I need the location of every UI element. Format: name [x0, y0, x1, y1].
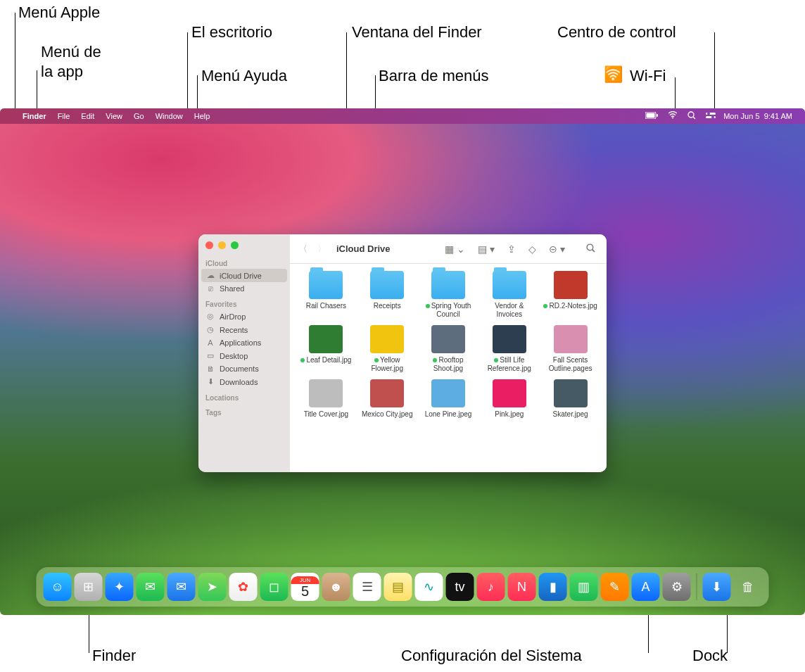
sidebar-section: Locations [198, 388, 290, 403]
folder-icon [431, 271, 465, 299]
svg-line-11 [592, 249, 595, 251]
file-item[interactable]: RD.2-Notes.jpg [540, 271, 601, 322]
file-thumbnail [309, 379, 343, 407]
dock-maps[interactable]: ➤ [198, 573, 227, 601]
dock-numbers[interactable]: ▥ [570, 573, 598, 601]
file-thumbnail [554, 271, 588, 299]
view-icons-button[interactable]: ▦ ⌄ [442, 243, 468, 255]
file-thumbnail [370, 325, 404, 353]
sidebar-item-label: Documents [220, 364, 259, 373]
dock-notes[interactable]: ▤ [384, 573, 412, 601]
share-button[interactable]: ⇪ [505, 243, 519, 255]
dock-messages[interactable]: ✉ [137, 573, 165, 601]
sidebar-item-label: Applications [220, 338, 261, 347]
dock-mail[interactable]: ✉ [167, 573, 196, 601]
file-item[interactable]: Lone Pine.jpeg [418, 379, 479, 423]
documents-icon: 🗎 [205, 364, 215, 373]
file-item[interactable]: Mexico City.jpeg [357, 379, 418, 423]
file-item[interactable]: Vendor & Invoices [478, 271, 540, 322]
battery-icon[interactable] [640, 111, 663, 121]
sidebar-item-desktop[interactable]: ▭Desktop [198, 349, 290, 362]
svg-point-3 [672, 118, 673, 119]
apple-menu[interactable] [7, 108, 17, 124]
forward-button[interactable]: 〉 [317, 243, 327, 255]
applications-icon: A [205, 338, 215, 347]
callout-app-menu: Menú de la app [41, 42, 101, 81]
file-item[interactable]: Fall Scents Outline.pages [540, 325, 601, 376]
menu-view[interactable]: View [100, 108, 128, 124]
dock-system-settings[interactable]: ⚙ [663, 573, 691, 601]
sidebar-item-downloads[interactable]: ⬇Downloads [198, 375, 290, 388]
tag-button[interactable]: ◇ [526, 243, 539, 255]
menu-date[interactable]: Mon Jun 5 9:41 AM [721, 108, 798, 124]
file-item[interactable]: Title Cover.jpg [296, 379, 357, 423]
menu-file[interactable]: File [52, 108, 76, 124]
dock-separator [697, 573, 697, 600]
sidebar-item-documents[interactable]: 🗎Documents [198, 362, 290, 375]
menu-go[interactable]: Go [128, 108, 150, 124]
sidebar-item-shared[interactable]: ⎚Shared [198, 282, 290, 295]
file-name: Vendor & Invoices [481, 302, 538, 318]
menu-edit[interactable]: Edit [75, 108, 100, 124]
menu-window[interactable]: Window [150, 108, 189, 124]
file-item[interactable]: Rail Chasers [296, 271, 357, 322]
action-button[interactable]: ⊝ ▾ [546, 243, 568, 255]
sidebar-item-applications[interactable]: AApplications [198, 336, 290, 349]
group-button[interactable]: ▤ ▾ [475, 243, 497, 255]
spotlight-icon[interactable] [683, 111, 701, 122]
svg-point-9 [711, 116, 714, 119]
file-item[interactable]: Skater.jpeg [540, 379, 601, 423]
zoom-button[interactable] [231, 241, 239, 249]
sidebar-item-icloud-drive[interactable]: ☁iCloud Drive [201, 269, 287, 282]
dock-contacts[interactable]: ☻ [322, 573, 350, 601]
sidebar-item-recents[interactable]: ◷Recents [198, 323, 290, 336]
dock-reminders[interactable]: ☰ [353, 573, 381, 601]
desktop-icon: ▭ [205, 351, 215, 360]
svg-rect-1 [647, 113, 655, 118]
dock-news[interactable]: N [508, 573, 536, 601]
file-item[interactable]: Rooftop Shoot.jpg [418, 325, 479, 376]
close-button[interactable] [205, 241, 213, 249]
menu-help[interactable]: Help [189, 108, 216, 124]
tag-dot [494, 358, 498, 362]
dock-launchpad[interactable]: ⊞ [75, 573, 103, 601]
file-item[interactable]: Receipts [357, 271, 418, 322]
svg-point-8 [707, 113, 710, 115]
sidebar-item-label: iCloud Drive [220, 272, 262, 280]
file-item[interactable]: Spring Youth Council [418, 271, 479, 322]
svg-point-10 [587, 244, 593, 251]
file-item[interactable]: Pink.jpeg [478, 379, 540, 423]
wifi-icon[interactable] [663, 111, 683, 121]
dock-downloads[interactable]: ⬇ [703, 573, 731, 601]
sidebar-item-label: Shared [220, 284, 244, 293]
dock-tv[interactable]: tv [446, 573, 474, 601]
minimize-button[interactable] [218, 241, 226, 249]
control-center-icon[interactable] [701, 111, 721, 121]
dock-facetime[interactable]: ◻ [260, 573, 289, 601]
callout-wifi: Wi-Fi [630, 66, 666, 86]
back-button[interactable]: 〈 [298, 243, 308, 255]
dock-safari[interactable]: ✦ [106, 573, 134, 601]
app-menu[interactable]: Finder [17, 108, 52, 124]
file-thumbnail [431, 379, 465, 407]
dock-photos[interactable]: ✿ [229, 573, 258, 601]
file-item[interactable]: Leaf Detail.jpg [296, 325, 357, 376]
dock-music[interactable]: ♪ [477, 573, 505, 601]
window-controls [205, 241, 239, 249]
dock: ☺⊞✦✉✉➤✿◻JUN5☻☰▤∿tv♪N▮▥✎A⚙⬇🗑 [37, 567, 769, 607]
dock-calendar[interactable]: JUN5 [291, 573, 319, 601]
file-item[interactable]: Still Life Reference.jpg [478, 325, 540, 376]
search-button[interactable] [583, 243, 598, 255]
dock-finder[interactable]: ☺ [44, 573, 72, 601]
dock-keynote[interactable]: ▮ [539, 573, 567, 601]
file-name: Pink.jpeg [495, 410, 524, 419]
sidebar-item-label: Recents [220, 326, 248, 334]
sidebar-item-airdrop[interactable]: ◎AirDrop [198, 310, 290, 323]
callout-desktop: El escritorio [191, 23, 272, 42]
dock-trash[interactable]: 🗑 [734, 573, 762, 601]
file-name: Lone Pine.jpeg [425, 410, 472, 419]
dock-appstore[interactable]: A [632, 573, 660, 601]
dock-freeform[interactable]: ∿ [415, 573, 443, 601]
dock-pages[interactable]: ✎ [601, 573, 629, 601]
file-item[interactable]: Yellow Flower.jpg [357, 325, 418, 376]
